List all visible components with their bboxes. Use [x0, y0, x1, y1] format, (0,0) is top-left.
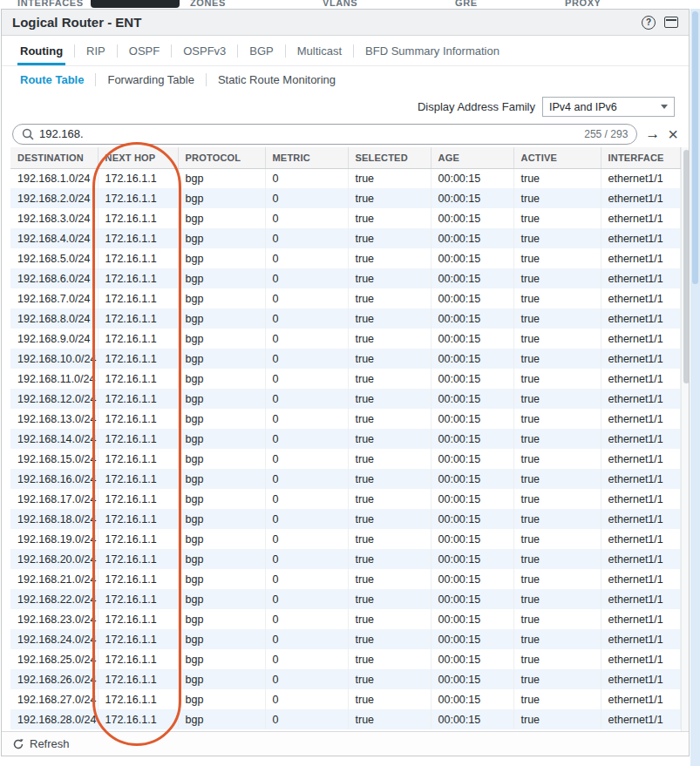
tab-routing[interactable]: Routing: [9, 36, 74, 65]
table-row[interactable]: 192.168.9.0/24 172.16.1.1 bgp 0 true 00:…: [10, 329, 680, 349]
cell-metric: 0: [265, 709, 348, 729]
cell-age: 00:00:15: [431, 549, 513, 569]
cell-selected: true: [348, 569, 431, 589]
table-row[interactable]: 192.168.2.0/24 172.16.1.1 bgp 0 true 00:…: [10, 188, 680, 208]
tab-ospf[interactable]: OSPF: [118, 36, 171, 65]
cell-active: true: [513, 188, 601, 208]
cell-age: 00:00:15: [431, 689, 513, 709]
background-menu-item[interactable]: ZONES: [190, 0, 226, 8]
table-row[interactable]: 192.168.7.0/24 172.16.1.1 bgp 0 true 00:…: [10, 288, 680, 308]
tab-rip[interactable]: RIP: [75, 36, 117, 65]
table-row[interactable]: 192.168.4.0/24 172.16.1.1 bgp 0 true 00:…: [10, 228, 680, 248]
cell-protocol: bgp: [178, 329, 265, 349]
subtab-static-route-monitoring[interactable]: Static Route Monitoring: [207, 66, 347, 93]
cell-selected: true: [348, 509, 431, 529]
table-row[interactable]: 192.168.16.0/24 172.16.1.1 bgp 0 true 00…: [10, 469, 680, 489]
tab-multicast[interactable]: Multicast: [286, 36, 353, 65]
cell-protocol: bgp: [178, 529, 265, 549]
cell-destination: 192.168.16.0/24: [10, 469, 98, 489]
table-row[interactable]: 192.168.11.0/24 172.16.1.1 bgp 0 true 00…: [10, 369, 680, 389]
cell-interface: ethernet1/1: [601, 369, 680, 389]
cell-destination: 192.168.11.0/24: [10, 369, 98, 389]
table-row[interactable]: 192.168.3.0/24 172.16.1.1 bgp 0 true 00:…: [10, 208, 680, 228]
column-header-metric[interactable]: METRIC: [265, 147, 348, 168]
cell-protocol: bgp: [178, 268, 265, 288]
cell-age: 00:00:15: [431, 609, 513, 629]
table-row[interactable]: 192.168.23.0/24 172.16.1.1 bgp 0 true 00…: [10, 609, 680, 629]
table-row[interactable]: 192.168.21.0/24 172.16.1.1 bgp 0 true 00…: [10, 569, 680, 589]
refresh-button[interactable]: Refresh: [12, 737, 70, 750]
table-row[interactable]: 192.168.8.0/24 172.16.1.1 bgp 0 true 00:…: [10, 308, 680, 329]
table-row[interactable]: 192.168.28.0/24 172.16.1.1 bgp 0 true 00…: [10, 709, 680, 729]
dialog-title: Logical Router - ENT: [12, 15, 141, 30]
cell-protocol: bgp: [178, 288, 265, 308]
cell-destination: 192.168.6.0/24: [10, 268, 98, 288]
column-header-selected[interactable]: SELECTED: [348, 147, 431, 168]
cell-age: 00:00:15: [431, 369, 513, 389]
cell-metric: 0: [265, 589, 348, 609]
tab-ospfv3[interactable]: OSPFv3: [172, 36, 237, 65]
background-menu-item[interactable]: INTERFACES: [17, 0, 84, 8]
cell-next-hop: 172.16.1.1: [98, 248, 178, 268]
table-row[interactable]: 192.168.14.0/24 172.16.1.1 bgp 0 true 00…: [10, 429, 680, 449]
apply-filter-arrow-icon[interactable]: →: [645, 126, 660, 141]
cell-protocol: bgp: [178, 429, 265, 449]
cell-interface: ethernet1/1: [601, 609, 680, 629]
clear-filter-icon[interactable]: ×: [668, 125, 678, 143]
subtab-forwarding-table[interactable]: Forwarding Table: [96, 66, 205, 93]
cell-metric: 0: [265, 609, 348, 629]
cell-protocol: bgp: [178, 649, 265, 669]
background-menu-item[interactable]: PROXY: [565, 0, 601, 8]
page-scrollbar-thumb[interactable]: [692, 11, 698, 284]
table-row[interactable]: 192.168.6.0/24 172.16.1.1 bgp 0 true 00:…: [10, 268, 680, 288]
table-row[interactable]: 192.168.18.0/24 172.16.1.1 bgp 0 true 00…: [10, 509, 680, 529]
table-row[interactable]: 192.168.13.0/24 172.16.1.1 bgp 0 true 00…: [10, 409, 680, 429]
table-row[interactable]: 192.168.20.0/24 172.16.1.1 bgp 0 true 00…: [10, 549, 680, 569]
table-scrollbar-thumb[interactable]: [683, 150, 690, 383]
tab-bgp[interactable]: BGP: [238, 36, 284, 65]
table-row[interactable]: 192.168.12.0/24 172.16.1.1 bgp 0 true 00…: [10, 389, 680, 409]
cell-next-hop: 172.16.1.1: [98, 449, 178, 469]
table-row[interactable]: 192.168.17.0/24 172.16.1.1 bgp 0 true 00…: [10, 489, 680, 509]
column-header-active[interactable]: ACTIVE: [513, 147, 601, 168]
window-panel-icon[interactable]: [664, 17, 678, 28]
table-row[interactable]: 192.168.15.0/24 172.16.1.1 bgp 0 true 00…: [10, 449, 680, 469]
background-active-tab[interactable]: [91, 0, 180, 8]
cell-interface: ethernet1/1: [601, 589, 680, 609]
cell-age: 00:00:15: [431, 268, 513, 288]
subtab-route-table[interactable]: Route Table: [9, 66, 95, 93]
table-row[interactable]: 192.168.19.0/24 172.16.1.1 bgp 0 true 00…: [10, 529, 680, 549]
search-input[interactable]: [39, 127, 579, 140]
column-header-interface[interactable]: INTERFACE: [601, 147, 680, 168]
cell-protocol: bgp: [178, 248, 265, 268]
cell-metric: 0: [265, 489, 348, 509]
background-menu-item[interactable]: VLANS: [323, 0, 357, 8]
table-row[interactable]: 192.168.27.0/24 172.16.1.1 bgp 0 true 00…: [10, 689, 680, 709]
address-family-select[interactable]: IPv4 and IPv6: [542, 97, 675, 117]
cell-destination: 192.168.28.0/24: [10, 709, 98, 729]
table-row[interactable]: 192.168.26.0/24 172.16.1.1 bgp 0 true 00…: [10, 669, 680, 689]
table-row[interactable]: 192.168.10.0/24 172.16.1.1 bgp 0 true 00…: [10, 349, 680, 369]
cell-age: 00:00:15: [431, 569, 513, 589]
column-header-destination[interactable]: DESTINATION: [10, 147, 98, 168]
table-row[interactable]: 192.168.5.0/24 172.16.1.1 bgp 0 true 00:…: [10, 248, 680, 268]
cell-age: 00:00:15: [431, 489, 513, 509]
cell-metric: 0: [265, 369, 348, 389]
cell-next-hop: 172.16.1.1: [98, 188, 178, 208]
cell-next-hop: 172.16.1.1: [98, 369, 178, 389]
column-header-next-hop[interactable]: NEXT HOP: [98, 147, 178, 168]
column-header-age[interactable]: AGE: [431, 147, 513, 168]
table-row[interactable]: 192.168.1.0/24 172.16.1.1 bgp 0 true 00:…: [10, 168, 680, 188]
background-menu-item[interactable]: GRE: [455, 0, 478, 8]
table-row[interactable]: 192.168.24.0/24 172.16.1.1 bgp 0 true 00…: [10, 629, 680, 649]
table-row[interactable]: 192.168.25.0/24 172.16.1.1 bgp 0 true 00…: [10, 649, 680, 669]
help-icon[interactable]: ?: [642, 16, 656, 30]
page-scrollbar[interactable]: [690, 9, 700, 766]
table-scrollbar[interactable]: [681, 147, 690, 731]
table-row[interactable]: 192.168.22.0/24 172.16.1.1 bgp 0 true 00…: [10, 589, 680, 609]
tab-bfd-summary[interactable]: BFD Summary Information: [354, 36, 511, 65]
cell-protocol: bgp: [178, 168, 265, 188]
cell-interface: ethernet1/1: [601, 228, 680, 248]
column-header-protocol[interactable]: PROTOCOL: [178, 147, 265, 168]
cell-interface: ethernet1/1: [601, 569, 680, 589]
